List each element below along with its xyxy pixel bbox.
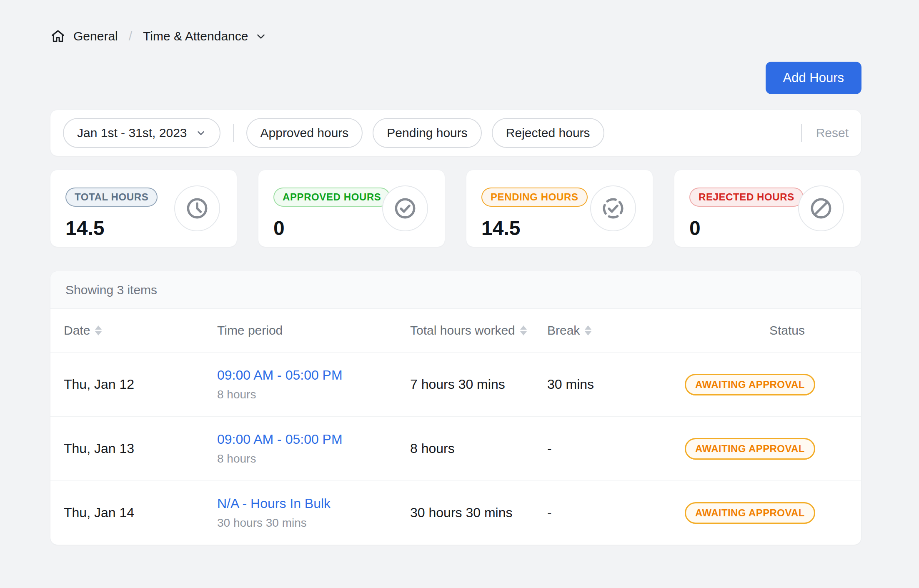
stat-card-rejected-hours: REJECTED HOURS 0 xyxy=(674,170,861,247)
filter-divider xyxy=(233,124,234,142)
time-period-link[interactable]: N/A - Hours In Bulk xyxy=(217,496,331,511)
status-badge: AWAITING APPROVAL xyxy=(685,502,815,524)
reset-divider xyxy=(801,124,802,142)
blocked-icon xyxy=(798,185,844,231)
chevron-down-icon xyxy=(195,128,206,138)
breadcrumb-item-time-attendance[interactable]: Time & Attendance xyxy=(143,29,248,43)
status-cell: AWAITING APPROVAL xyxy=(685,502,861,524)
stat-label-badge: PENDING HOURS xyxy=(481,188,588,207)
clock-icon xyxy=(174,185,220,231)
sort-icon xyxy=(95,325,102,335)
stat-card-approved-hours: APPROVED HOURS 0 xyxy=(258,170,445,247)
breadcrumb: General / Time & Attendance xyxy=(50,0,861,44)
stat-label-badge: APPROVED HOURS xyxy=(273,188,390,207)
date-range-value: Jan 1st - 31st, 2023 xyxy=(77,126,187,140)
time-attendance-page: General / Time & Attendance Add Hours Ja… xyxy=(0,0,919,588)
date-range-selector[interactable]: Jan 1st - 31st, 2023 xyxy=(63,118,220,148)
time-period-subtext: 30 hours 30 mins xyxy=(217,516,410,530)
breadcrumb-separator: / xyxy=(129,29,132,43)
date-cell: Thu, Jan 12 xyxy=(64,377,217,392)
date-cell: Thu, Jan 14 xyxy=(64,505,217,520)
filter-bar: Jan 1st - 31st, 2023 Approved hours Pend… xyxy=(50,110,861,156)
stat-label-badge: REJECTED HOURS xyxy=(689,188,804,207)
add-hours-button[interactable]: Add Hours xyxy=(766,62,861,94)
table-row: Thu, Jan 13 09:00 AM - 05:00 PM 8 hours … xyxy=(50,416,861,480)
pending-check-icon xyxy=(590,185,636,231)
total-hours-cell: 8 hours xyxy=(410,441,547,456)
filter-pill-approved-hours[interactable]: Approved hours xyxy=(246,118,363,148)
filter-pill-pending-hours[interactable]: Pending hours xyxy=(373,118,481,148)
chevron-down-icon[interactable] xyxy=(255,30,267,43)
stat-label-badge: TOTAL HOURS xyxy=(65,188,158,207)
sort-icon xyxy=(520,325,527,335)
time-period-link[interactable]: 09:00 AM - 05:00 PM xyxy=(217,432,343,447)
time-period-link[interactable]: 09:00 AM - 05:00 PM xyxy=(217,368,343,383)
break-cell: - xyxy=(547,441,685,456)
stats-row: TOTAL HOURS 14.5 APPROVED HOURS 0 xyxy=(50,170,861,247)
time-period-subtext: 8 hours xyxy=(217,388,410,401)
time-period-cell: N/A - Hours In Bulk 30 hours 30 mins xyxy=(217,496,410,530)
table-summary: Showing 3 items xyxy=(50,271,861,309)
time-period-cell: 09:00 AM - 05:00 PM 8 hours xyxy=(217,432,410,465)
reset-filters-button[interactable]: Reset xyxy=(816,126,849,140)
break-cell: 30 mins xyxy=(547,377,685,392)
sort-icon xyxy=(585,325,591,335)
column-header-break[interactable]: Break xyxy=(547,323,685,338)
time-period-cell: 09:00 AM - 05:00 PM 8 hours xyxy=(217,368,410,401)
column-header-status: Status xyxy=(685,323,861,338)
table-row: Thu, Jan 14 N/A - Hours In Bulk 30 hours… xyxy=(50,480,861,545)
stat-card-total-hours: TOTAL HOURS 14.5 xyxy=(50,170,237,247)
total-hours-cell: 30 hours 30 mins xyxy=(410,505,547,520)
table-header-row: Date Time period Total hours worked Brea… xyxy=(50,309,861,352)
filter-pill-rejected-hours[interactable]: Rejected hours xyxy=(492,118,604,148)
break-cell: - xyxy=(547,505,685,520)
status-badge: AWAITING APPROVAL xyxy=(685,438,815,460)
status-cell: AWAITING APPROVAL xyxy=(685,438,861,460)
column-header-total-hours-worked[interactable]: Total hours worked xyxy=(410,323,547,338)
stat-card-pending-hours: PENDING HOURS 14.5 xyxy=(466,170,653,247)
home-icon[interactable] xyxy=(50,28,66,44)
status-badge: AWAITING APPROVAL xyxy=(685,374,815,395)
column-header-date[interactable]: Date xyxy=(64,323,217,338)
table-row: Thu, Jan 12 09:00 AM - 05:00 PM 8 hours … xyxy=(50,352,861,416)
column-header-time-period: Time period xyxy=(217,323,410,338)
time-period-subtext: 8 hours xyxy=(217,452,410,465)
hours-table: Showing 3 items Date Time period Total h… xyxy=(50,271,861,545)
check-circle-icon xyxy=(382,185,428,231)
total-hours-cell: 7 hours 30 mins xyxy=(410,377,547,392)
date-cell: Thu, Jan 13 xyxy=(64,441,217,456)
breadcrumb-item-general[interactable]: General xyxy=(73,29,118,43)
status-cell: AWAITING APPROVAL xyxy=(685,374,861,395)
